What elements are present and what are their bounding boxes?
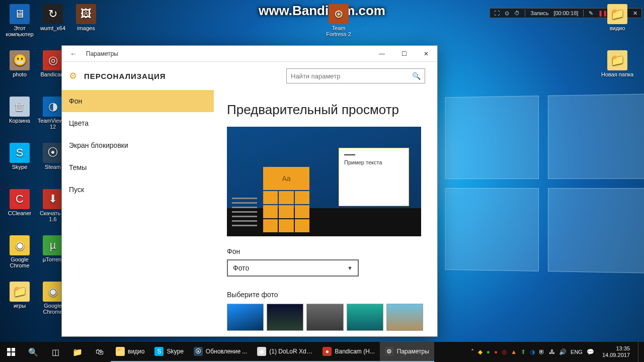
taskview-button[interactable]: ◫ — [44, 342, 66, 362]
taskbar-app[interactable]: ⚙Параметры — [380, 342, 434, 362]
show-desktop-button[interactable] — [638, 342, 641, 362]
preview-pane: Пример текста Aa — [227, 127, 421, 236]
desktop-icon[interactable]: 😬photo — [3, 48, 36, 93]
chevron-down-icon: ▼ — [347, 265, 353, 271]
tray-icon[interactable]: ◑ — [530, 348, 535, 355]
desktop-icon-tf2[interactable]: ⊛ Team Fortress 2 — [322, 2, 355, 46]
app-icon: 😬 — [10, 50, 30, 70]
svg-rect-2 — [7, 352, 11, 356]
sample-window: Пример текста — [339, 148, 409, 206]
rec-label: Запись — [530, 10, 548, 16]
sidebar-item[interactable]: Экран блокировки — [62, 134, 214, 156]
sidebar-item[interactable]: Темы — [62, 156, 214, 178]
taskbar-clock[interactable]: 13:35 14.09.2017 — [598, 345, 634, 358]
tray-icon[interactable]: ▲ — [511, 348, 517, 355]
tray-icon[interactable]: ⛨ — [539, 348, 545, 355]
choose-photo-label: Выберите фото — [227, 291, 423, 299]
app-icon: 🖥 — [10, 4, 30, 24]
svg-rect-1 — [12, 348, 15, 351]
desktop-icon[interactable]: ↻wumt_x64 — [36, 2, 69, 46]
photo-thumb[interactable] — [347, 304, 383, 331]
background-label: Фон — [227, 247, 423, 255]
app-icon: ⬇ — [43, 189, 63, 209]
desktop-icon[interactable]: 🖼images — [69, 2, 103, 46]
app-icon: 🗑 — [10, 97, 30, 117]
taskbar[interactable]: 🔍 ◫ 📁 🛍 📁видиоSSkype⦿Обновление ...◉(1) … — [0, 342, 644, 362]
action-center-icon[interactable]: 💬 — [587, 348, 594, 355]
photo-thumbnails — [227, 304, 423, 331]
explorer-button[interactable]: 📁 — [66, 342, 89, 362]
sidebar-item[interactable]: Пуск — [62, 178, 214, 201]
taskbar-app-label: Обновление ... — [206, 348, 248, 355]
magnify-icon[interactable]: ⊙ — [505, 10, 509, 17]
desktop-icon[interactable]: 🗑Корзина — [3, 95, 36, 139]
system-tray[interactable]: ˄ ◆ ● ● ◎ ▲ ⬆ ◑ ⛨ 🖧 🔊 ENG 💬 13:35 14.09.… — [466, 342, 644, 362]
page-title: ПЕРСОНАЛИЗАЦИЯ — [84, 72, 166, 80]
desktop-icon[interactable]: SSkype — [3, 141, 36, 185]
settings-sidebar: ФонЦветаЭкран блокировкиТемыПуск — [62, 90, 214, 336]
sample-text: Пример текста — [344, 159, 382, 165]
app-icon: ↻ — [43, 4, 63, 24]
desktop-icon[interactable]: 📁видио — [601, 2, 634, 46]
desktop-icon[interactable]: 📁игры — [3, 280, 36, 324]
app-icon: ◉ — [257, 347, 266, 356]
tray-icon[interactable]: ● — [487, 348, 490, 355]
desktop-icon[interactable]: CCCleaner — [3, 187, 36, 231]
taskbar-app-label: видио — [128, 348, 144, 355]
search-button[interactable]: 🔍 — [22, 342, 44, 362]
photo-thumb[interactable] — [227, 304, 264, 331]
desktop-icon-label: Google Chrome — [3, 256, 36, 268]
photo-thumb[interactable] — [386, 304, 423, 331]
preview-list — [232, 195, 257, 229]
desktop-icon-label: µTorrent — [43, 256, 63, 262]
photo-thumb[interactable] — [267, 304, 303, 331]
desktop-icon-label: Steam — [45, 164, 61, 170]
desktop-icon[interactable]: 📁Новая папка — [601, 48, 634, 93]
close-button[interactable]: ✕ — [415, 46, 437, 62]
background-combobox[interactable]: Фото ▼ — [227, 259, 359, 277]
search-input[interactable]: 🔍 — [286, 68, 425, 83]
taskbar-app-label: Bandicam (Н... — [335, 348, 374, 355]
desktop-icon-label: Team Fortress 2 — [322, 25, 355, 37]
pencil-icon[interactable]: ✎ — [589, 10, 593, 17]
search-field[interactable] — [291, 72, 407, 80]
taskbar-app-label: (1) DoLoR Xd ... — [269, 348, 312, 355]
app-icon: ◎ — [43, 50, 63, 70]
tray-chevron-icon[interactable]: ˄ — [471, 348, 474, 355]
back-button[interactable]: ← — [70, 50, 77, 58]
tray-icon[interactable]: ◎ — [502, 348, 507, 355]
taskbar-app[interactable]: ●Bandicam (Н... — [317, 342, 379, 362]
store-button[interactable]: 🛍 — [89, 342, 111, 362]
sidebar-item[interactable]: Фон — [62, 90, 214, 112]
volume-icon[interactable]: 🔊 — [559, 348, 567, 355]
minimize-button[interactable]: — — [371, 46, 393, 62]
desktop-icon-label: Skype — [12, 164, 28, 170]
language-indicator[interactable]: ENG — [571, 349, 583, 355]
maximize-button[interactable]: ☐ — [393, 46, 415, 62]
photo-thumb[interactable] — [306, 304, 343, 331]
timer-icon[interactable]: ⏱ — [514, 10, 520, 16]
network-icon[interactable]: 🖧 — [549, 348, 555, 355]
app-icon: ◉ — [43, 282, 63, 302]
fullscreen-icon[interactable]: ⛶ — [494, 10, 500, 16]
tray-icon[interactable]: ◆ — [478, 348, 482, 355]
settings-content[interactable]: Предварительный просмотр Пример текста A… — [214, 90, 437, 336]
taskbar-app-label: Параметры — [397, 348, 429, 355]
titlebar[interactable]: ← Параметры — ☐ ✕ — [62, 46, 437, 62]
search-icon: 🔍 — [412, 72, 421, 80]
desktop-icon[interactable]: 🖥Этот компьютер — [3, 2, 36, 46]
tray-icon[interactable]: ⬆ — [521, 348, 526, 355]
taskbar-app[interactable]: SSkype — [149, 342, 188, 362]
app-icon: 📁 — [10, 282, 30, 302]
settings-window: ← Параметры — ☐ ✕ ⚙ ПЕРСОНАЛИЗАЦИЯ 🔍 Фон… — [61, 45, 438, 337]
app-icon: 📁 — [116, 347, 125, 356]
desktop-icon[interactable]: ◉Google Chrome — [3, 233, 36, 278]
start-button[interactable] — [0, 342, 22, 362]
sidebar-item[interactable]: Цвета — [62, 112, 214, 134]
desktop-icon-label: photo — [13, 71, 27, 77]
taskbar-app[interactable]: ◉(1) DoLoR Xd ... — [252, 342, 317, 362]
taskbar-app[interactable]: 📁видио — [111, 342, 149, 362]
tf2-icon: ⊛ — [329, 4, 349, 24]
taskbar-app[interactable]: ⦿Обновление ... — [189, 342, 253, 362]
tray-icon[interactable]: ● — [494, 348, 498, 355]
